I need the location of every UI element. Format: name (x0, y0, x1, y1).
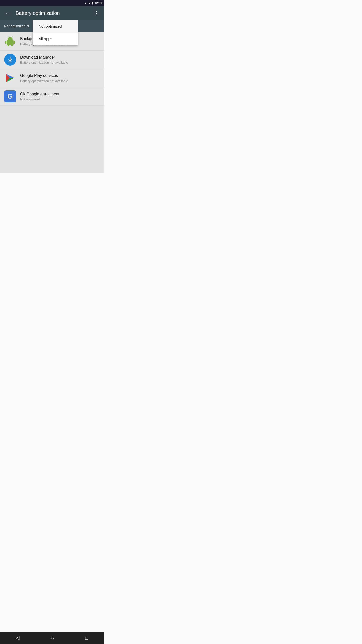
status-bar: ▲ ▲ ▮ 12:00 (0, 0, 104, 6)
toolbar: ← Battery optimization ⋮ (0, 6, 104, 20)
dropdown-item-not-optimized[interactable]: Not optimized (33, 20, 78, 33)
signal-icon: ▲ (88, 2, 91, 5)
dropdown-menu: Not optimized All apps (33, 20, 78, 45)
status-time: 12:00 (94, 1, 102, 5)
back-button[interactable]: ← (4, 9, 12, 17)
battery-icon: ▮ (92, 2, 93, 5)
wifi-icon: ▲ (84, 2, 87, 5)
more-options-button[interactable]: ⋮ (93, 9, 100, 17)
dropdown-item-all-apps[interactable]: All apps (33, 33, 78, 45)
page-title: Battery optimization (16, 10, 88, 16)
status-icons: ▲ ▲ ▮ 12:00 (84, 1, 102, 5)
